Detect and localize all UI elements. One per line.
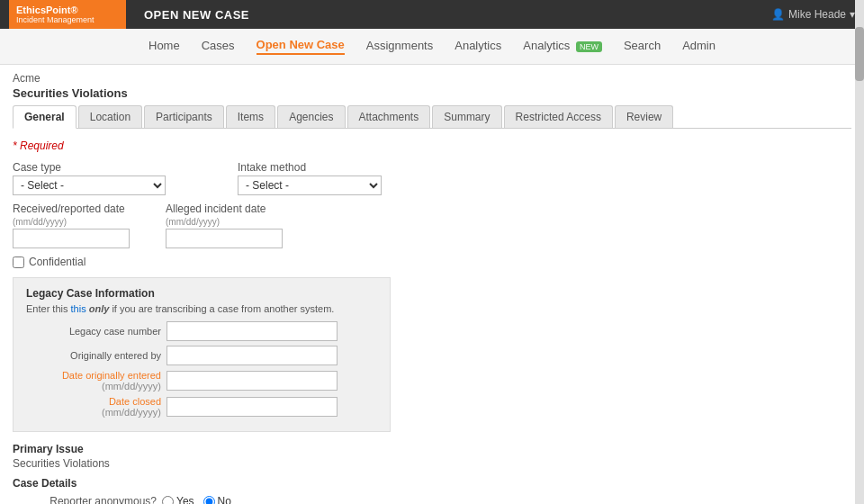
- confidential-checkbox[interactable]: [13, 256, 24, 268]
- legacy-title: Legacy Case Information: [26, 287, 377, 300]
- page-title: OPEN NEW CASE: [144, 8, 249, 22]
- tab-summary[interactable]: Summary: [432, 105, 501, 128]
- received-date-label: Received/reported date: [13, 202, 130, 215]
- legacy-date-entered-label: Date originally entered (mm/dd/yyyy): [26, 370, 161, 392]
- legacy-case-number-label: Legacy case number: [26, 326, 161, 337]
- case-type-group: Case type - Select -: [13, 161, 166, 195]
- legacy-case-number-input[interactable]: [166, 321, 338, 341]
- logo-sub: Incident Management: [16, 15, 94, 24]
- tab-review[interactable]: Review: [615, 105, 673, 128]
- radio-no[interactable]: [203, 496, 215, 505]
- new-badge: NEW: [576, 41, 602, 52]
- alleged-date-sub: (mm/dd/yyyy): [166, 217, 283, 227]
- intake-method-group: Intake method - Select -: [238, 161, 382, 195]
- nav-open-new-case[interactable]: Open New Case: [256, 38, 345, 55]
- user-name: Mike Heade: [788, 8, 846, 21]
- received-date-input[interactable]: [13, 229, 130, 248]
- radio-yes[interactable]: [162, 496, 174, 505]
- legacy-entered-by-input[interactable]: [166, 346, 338, 365]
- intake-method-select[interactable]: - Select -: [238, 176, 382, 195]
- primary-issue-label: Primary Issue: [13, 443, 851, 455]
- case-details-section: Reporter anonymous? Yes No Reporter iden…: [13, 495, 851, 504]
- nav-home[interactable]: Home: [148, 39, 180, 54]
- case-type-intake-row: Case type - Select - Intake method - Sel…: [13, 161, 851, 195]
- tab-general[interactable]: General: [13, 105, 76, 129]
- received-date-sub: (mm/dd/yyyy): [13, 217, 130, 227]
- alleged-date-input[interactable]: [166, 229, 283, 248]
- tab-agencies[interactable]: Agencies: [277, 105, 345, 128]
- logo-text: EthicsPoint®: [16, 4, 94, 15]
- nav-bar: Home Cases Open New Case Assignments Ana…: [0, 29, 864, 65]
- radio-no-item: No: [203, 495, 231, 504]
- received-date-group: Received/reported date (mm/dd/yyyy): [13, 202, 130, 248]
- tab-restricted-access[interactable]: Restricted Access: [504, 105, 613, 128]
- nav-cases[interactable]: Cases: [202, 39, 235, 54]
- page-content: Acme Securities Violations General Locat…: [0, 65, 864, 504]
- nav-admin[interactable]: Admin: [682, 39, 716, 54]
- tab-attachments[interactable]: Attachments: [347, 105, 431, 128]
- case-type-select[interactable]: - Select -: [13, 176, 166, 195]
- confidential-row: Confidential: [13, 256, 851, 268]
- scrollbar-thumb: [855, 27, 864, 81]
- logo-area: EthicsPoint® Incident Management: [9, 0, 126, 29]
- top-bar: EthicsPoint® Incident Management OPEN NE…: [0, 0, 864, 29]
- legacy-entered-by-row: Originally entered by: [26, 346, 377, 365]
- legacy-date-closed-row: Date closed (mm/dd/yyyy): [26, 396, 377, 418]
- nav-assignments[interactable]: Assignments: [366, 39, 433, 54]
- reporter-anon-label: Reporter anonymous?: [13, 495, 157, 504]
- legacy-case-number-row: Legacy case number: [26, 321, 377, 341]
- scrollbar[interactable]: [855, 0, 864, 504]
- org-name: Acme: [13, 72, 851, 85]
- tab-items[interactable]: Items: [226, 105, 275, 128]
- reporter-anon-radios: Yes No: [162, 495, 231, 504]
- reporter-anon-row: Reporter anonymous? Yes No: [13, 495, 851, 504]
- tabs: General Location Participants Items Agen…: [13, 105, 851, 129]
- primary-issue-value: Securities Violations: [13, 457, 851, 470]
- radio-yes-label: Yes: [176, 495, 194, 504]
- confidential-label: Confidential: [29, 256, 86, 268]
- legacy-date-closed-input[interactable]: [166, 397, 338, 417]
- radio-yes-item: Yes: [162, 495, 194, 504]
- legacy-date-entered-row: Date originally entered (mm/dd/yyyy): [26, 370, 377, 392]
- legacy-entered-by-label: Originally entered by: [26, 350, 161, 361]
- radio-no-label: No: [218, 495, 231, 504]
- section-header: Securities Violations: [13, 86, 851, 100]
- user-icon: 👤: [771, 8, 785, 21]
- dates-row: Received/reported date (mm/dd/yyyy) Alle…: [13, 202, 851, 248]
- user-area: 👤 Mike Heade ▾: [771, 8, 855, 21]
- legacy-desc: Enter this this only if you are transcri…: [26, 303, 377, 314]
- case-details-label: Case Details: [13, 477, 851, 490]
- legacy-date-entered-input[interactable]: [166, 371, 338, 391]
- legacy-this-link[interactable]: this: [71, 303, 86, 314]
- legacy-case-box: Legacy Case Information Enter this this …: [13, 277, 391, 432]
- case-type-label: Case type: [13, 161, 166, 174]
- intake-method-label: Intake method: [238, 161, 382, 174]
- nav-analytics-new[interactable]: Analytics NEW: [523, 39, 602, 54]
- required-note: * Required: [13, 140, 851, 152]
- nav-search[interactable]: Search: [624, 39, 661, 54]
- nav-analytics[interactable]: Analytics: [454, 39, 501, 54]
- tab-location[interactable]: Location: [78, 105, 142, 128]
- alleged-date-label: Alleged incident date: [166, 202, 283, 215]
- legacy-date-closed-label: Date closed (mm/dd/yyyy): [26, 396, 161, 418]
- alleged-date-group: Alleged incident date (mm/dd/yyyy): [166, 202, 283, 248]
- tab-participants[interactable]: Participants: [144, 105, 224, 128]
